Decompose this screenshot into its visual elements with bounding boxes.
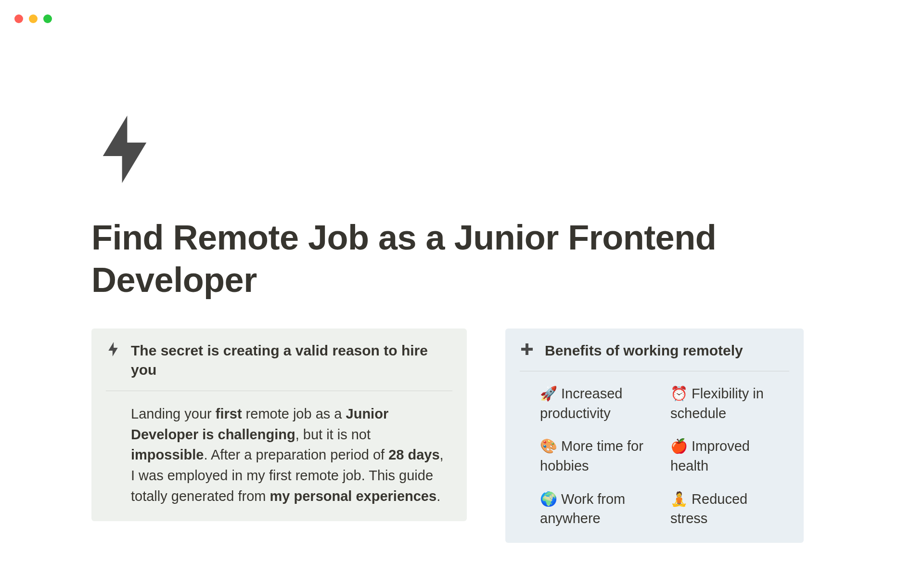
benefit-item: ⏰ Flexibility in schedule — [670, 384, 786, 423]
bottom-fade — [0, 549, 924, 578]
benefits-heading: Benefits of working remotely — [545, 341, 743, 361]
minimize-window-button[interactable] — [29, 14, 38, 23]
benefits-callout: Benefits of working remotely 🚀 Increased… — [505, 328, 804, 543]
benefit-item: 🎨 More time for hobbies — [540, 436, 656, 475]
page-icon[interactable] — [98, 116, 876, 183]
svg-rect-1 — [521, 348, 533, 351]
bolt-icon — [98, 116, 876, 183]
benefit-item: 🍎 Improved health — [670, 436, 786, 475]
secret-body: Landing your first remote job as a Junio… — [106, 404, 452, 507]
window-traffic-lights — [14, 14, 52, 23]
secret-callout: The secret is creating a valid reason to… — [91, 328, 467, 522]
bolt-icon — [106, 341, 120, 356]
benefit-item: 🚀 Increased productivity — [540, 384, 656, 423]
plus-icon — [520, 341, 534, 356]
benefit-item: 🌍 Work from anywhere — [540, 489, 656, 528]
benefit-item: 🧘 Reduced stress — [670, 489, 786, 528]
zoom-window-button[interactable] — [43, 14, 52, 23]
benefits-grid: 🚀 Increased productivity ⏰ Flexibility i… — [520, 384, 789, 528]
close-window-button[interactable] — [14, 14, 23, 23]
secret-heading: The secret is creating a valid reason to… — [131, 341, 452, 380]
page-title: Find Remote Job as a Junior Frontend Dev… — [91, 217, 876, 302]
page-content: Find Remote Job as a Junior Frontend Dev… — [91, 116, 876, 543]
